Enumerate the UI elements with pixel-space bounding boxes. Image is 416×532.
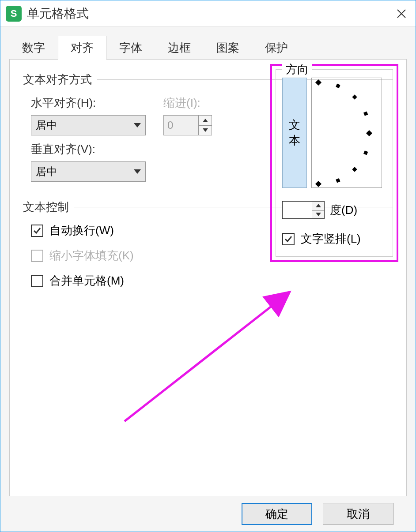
- svg-rect-4: [352, 94, 357, 99]
- tab-number[interactable]: 数字: [9, 36, 58, 60]
- svg-rect-7: [363, 150, 368, 155]
- close-button[interactable]: [393, 5, 410, 22]
- orientation-dial[interactable]: [311, 78, 382, 188]
- indent-input[interactable]: [164, 116, 198, 135]
- vertical-align-value: 居中: [36, 165, 57, 179]
- section-text-control-label: 文本控制: [23, 199, 69, 215]
- tab-protect[interactable]: 保护: [252, 36, 301, 60]
- orientation-highlight: 方向 文 本: [270, 64, 398, 262]
- tab-border[interactable]: 边框: [155, 36, 204, 60]
- orientation-sample-char1: 文: [289, 117, 300, 133]
- svg-rect-6: [366, 130, 372, 136]
- shrink-fit-label: 缩小字体填充(K): [49, 248, 134, 263]
- tab-bar: 数字 对齐 字体 边框 图案 保护: [9, 36, 407, 60]
- triangle-up-icon: [203, 119, 208, 122]
- triangle-down-icon: [203, 128, 208, 132]
- dialog-window: S 单元格格式 数字 对齐 字体 边框 图案 保护 文本对齐方式 水平对齐(H)…: [0, 0, 416, 532]
- titlebar: S 单元格格式: [0, 0, 416, 27]
- vertical-align-select[interactable]: 居中: [31, 161, 146, 182]
- horizontal-align-label: 水平对齐(H):: [31, 95, 146, 111]
- cancel-button[interactable]: 取消: [323, 503, 393, 525]
- tab-alignment[interactable]: 对齐: [58, 36, 106, 60]
- chevron-down-icon: [134, 123, 141, 127]
- svg-rect-3: [336, 84, 340, 88]
- ok-button[interactable]: 确定: [242, 503, 312, 525]
- merge-cells-label: 合并单元格(M): [49, 273, 124, 288]
- svg-rect-5: [363, 111, 368, 116]
- check-icon: [33, 226, 42, 235]
- triangle-down-icon: [316, 213, 321, 216]
- merge-cells-checkbox[interactable]: [31, 275, 43, 287]
- vertical-text-label: 文字竖排(L): [301, 231, 361, 247]
- triangle-up-icon: [316, 204, 321, 207]
- tab-pattern[interactable]: 图案: [204, 36, 252, 60]
- dialog-footer: 确定 取消: [9, 496, 407, 532]
- close-icon: [397, 9, 406, 19]
- degree-spinner[interactable]: [282, 201, 325, 219]
- wrap-text-checkbox[interactable]: [31, 225, 43, 237]
- svg-rect-9: [336, 178, 340, 183]
- tab-font[interactable]: 字体: [106, 36, 155, 60]
- degree-up-button[interactable]: [312, 202, 324, 210]
- degree-label: 度(D): [330, 202, 357, 218]
- orientation-sample-char2: 本: [289, 133, 300, 148]
- indent-up-button[interactable]: [199, 116, 212, 126]
- chevron-down-icon: [134, 169, 141, 174]
- check-icon: [284, 235, 293, 244]
- indent-label: 缩进(I):: [163, 95, 212, 111]
- shrink-fit-checkbox: [31, 250, 43, 262]
- horizontal-align-select[interactable]: 居中: [31, 115, 146, 135]
- svg-rect-2: [315, 79, 321, 86]
- section-text-alignment-label: 文本对齐方式: [23, 72, 92, 87]
- horizontal-align-value: 居中: [36, 118, 57, 132]
- vertical-text-preview-button[interactable]: 文 本: [282, 78, 307, 188]
- degree-input[interactable]: [283, 202, 312, 218]
- content-area: 数字 对齐 字体 边框 图案 保护 文本对齐方式 水平对齐(H): 居中: [0, 27, 416, 532]
- wrap-text-label: 自动换行(W): [49, 223, 114, 238]
- orientation-legend: 方向: [282, 62, 312, 77]
- indent-down-button[interactable]: [199, 126, 212, 135]
- svg-line-12: [125, 293, 288, 421]
- vertical-text-checkbox[interactable]: [282, 233, 295, 245]
- indent-spinner[interactable]: [163, 115, 212, 135]
- svg-rect-10: [315, 181, 321, 187]
- orientation-dial-graphic: [312, 78, 382, 188]
- annotation-arrow: [120, 289, 306, 430]
- orientation-fieldset: 方向 文 本: [276, 69, 393, 257]
- window-title: 单元格格式: [27, 5, 393, 22]
- degree-down-button[interactable]: [312, 210, 324, 219]
- app-icon: S: [6, 6, 22, 22]
- tab-panel-alignment: 文本对齐方式 水平对齐(H): 居中 缩进(I):: [9, 59, 407, 496]
- svg-rect-8: [352, 167, 357, 172]
